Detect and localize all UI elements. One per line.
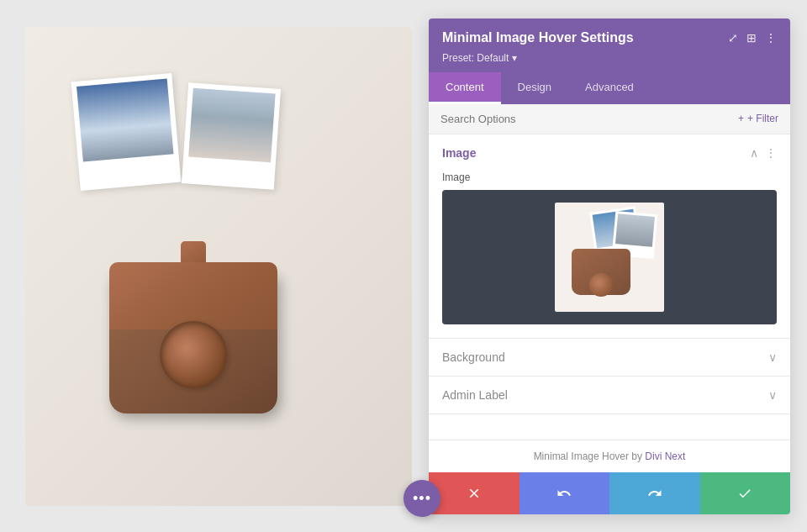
cancel-icon [467, 486, 482, 501]
thumb-camera-bag [572, 249, 639, 303]
polaroid-image-2 [188, 87, 275, 162]
undo-button[interactable] [520, 472, 610, 514]
thumb-polaroid-2-inner [615, 213, 655, 247]
section-background: Background ∨ [429, 339, 790, 377]
polaroid-image-1 [76, 78, 173, 161]
bag-lens [160, 321, 227, 388]
footer-link[interactable]: Divi Next [645, 450, 685, 462]
chevron-up-icon: ∧ [750, 146, 758, 160]
chevron-down-icon: ∨ [768, 350, 777, 364]
search-bar: + + Filter [429, 104, 790, 134]
section-more-icon[interactable]: ⋮ [765, 146, 777, 160]
redo-button[interactable] [609, 472, 700, 514]
section-image-header[interactable]: Image ∧ ⋮ [429, 134, 790, 171]
redo-icon [647, 486, 662, 501]
thumb-bag-body [572, 249, 630, 295]
more-vert-icon[interactable]: ⋮ [765, 31, 777, 45]
filter-label: + Filter [747, 113, 778, 124]
section-admin-label: Admin Label ∨ [429, 377, 790, 414]
image-upload-area[interactable] [442, 190, 777, 324]
footer-text-before: Minimal Image Hover [534, 450, 629, 462]
tab-design[interactable]: Design [501, 72, 568, 104]
bag-body [109, 271, 277, 413]
panel-header-icons: ⤢ ⊞ ⋮ [728, 31, 777, 45]
panel-tabs: Content Design Advanced [429, 72, 790, 104]
expand-icon[interactable]: ⤢ [728, 31, 738, 45]
panel-preset[interactable]: Preset: Default ▾ [442, 52, 777, 64]
bag-flap [109, 262, 277, 329]
footer-by: by [631, 450, 645, 462]
dots-icon: ••• [413, 491, 431, 506]
section-background-title: Background [442, 350, 505, 364]
settings-panel: Minimal Image Hover Settings ⤢ ⊞ ⋮ Prese… [429, 18, 790, 514]
search-input[interactable] [440, 113, 738, 125]
undo-icon [556, 486, 572, 501]
panel-footer: Minimal Image Hover by Divi Next [429, 440, 790, 472]
left-preview-panel [25, 27, 412, 506]
action-bar [429, 472, 790, 514]
section-admin-label-header[interactable]: Admin Label ∨ [429, 377, 790, 413]
section-image: Image ∧ ⋮ Image [429, 134, 790, 339]
tab-content[interactable]: Content [429, 72, 501, 104]
thumb-bag-lens [589, 273, 613, 297]
tab-advanced[interactable]: Advanced [568, 72, 651, 104]
panel-content: Image ∧ ⋮ Image [429, 134, 790, 440]
camera-scene [25, 27, 412, 506]
section-image-body: Image [429, 171, 790, 338]
save-button[interactable] [700, 472, 791, 514]
save-check-icon [737, 486, 752, 501]
section-background-header[interactable]: Background ∨ [429, 339, 790, 376]
panel-title: Minimal Image Hover Settings [442, 30, 634, 45]
section-admin-label-icons: ∨ [768, 388, 777, 402]
floating-menu-button[interactable]: ••• [404, 480, 440, 517]
section-image-icons: ∧ ⋮ [750, 146, 777, 160]
main-layout: ••• Minimal Image Hover Settings ⤢ ⊞ ⋮ P… [0, 0, 807, 532]
cancel-button[interactable] [429, 472, 520, 514]
image-field-label: Image [442, 171, 777, 183]
layout-icon[interactable]: ⊞ [746, 31, 757, 45]
camera-bag [109, 271, 294, 439]
chevron-down-icon-2: ∨ [768, 388, 777, 402]
section-image-title: Image [442, 146, 476, 160]
panel-title-row: Minimal Image Hover Settings ⤢ ⊞ ⋮ [442, 30, 777, 45]
section-admin-label-title: Admin Label [442, 388, 508, 402]
panel-header: Minimal Image Hover Settings ⤢ ⊞ ⋮ Prese… [429, 18, 790, 72]
plus-icon: + [738, 113, 744, 124]
polaroid-photo-2 [182, 82, 281, 189]
image-thumbnail [555, 203, 664, 312]
polaroid-photo-1 [71, 73, 182, 191]
section-background-icons: ∨ [768, 350, 777, 364]
filter-button[interactable]: + + Filter [738, 113, 778, 124]
